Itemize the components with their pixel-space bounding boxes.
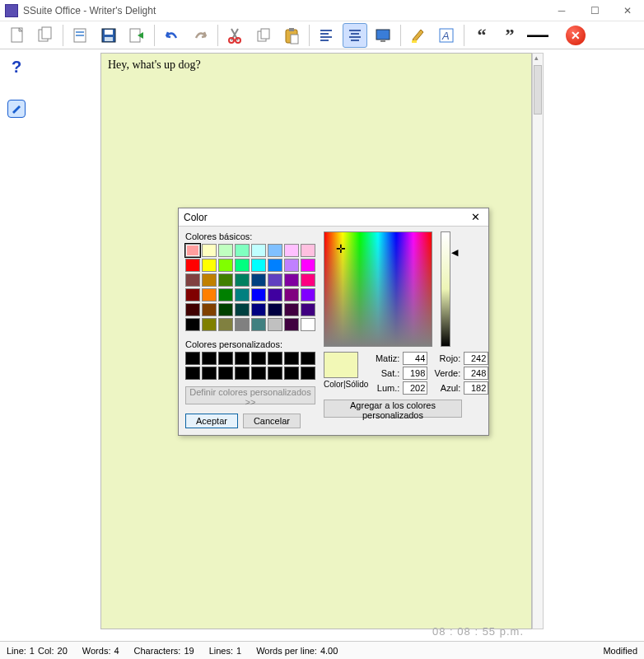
basic-color-swatch[interactable] (251, 273, 266, 287)
redo-icon[interactable] (188, 23, 212, 48)
basic-color-swatch[interactable] (268, 288, 282, 301)
basic-color-swatch[interactable] (301, 288, 315, 301)
export-doc-icon[interactable] (124, 23, 149, 48)
luminance-slider[interactable]: ◀ (441, 231, 450, 347)
basic-color-swatch[interactable] (218, 318, 233, 331)
help-icon[interactable]: ? (0, 58, 33, 77)
custom-color-swatch[interactable] (185, 367, 200, 380)
new-doc-icon[interactable] (5, 23, 30, 48)
copy-doc-icon[interactable] (33, 23, 58, 48)
custom-color-swatch[interactable] (301, 367, 315, 380)
basic-color-swatch[interactable] (301, 259, 315, 272)
screen-icon[interactable] (371, 23, 395, 48)
basic-color-swatch[interactable] (301, 244, 315, 257)
hue-sat-cursor[interactable]: ✛ (336, 242, 346, 255)
align-left-icon[interactable] (315, 23, 339, 48)
copy-icon[interactable] (251, 23, 276, 48)
sat-input[interactable] (403, 367, 427, 380)
basic-color-swatch[interactable] (202, 318, 217, 331)
basic-color-swatch[interactable] (185, 244, 200, 257)
basic-color-swatch[interactable] (235, 303, 250, 316)
basic-color-swatch[interactable] (218, 244, 233, 257)
basic-color-swatch[interactable] (235, 273, 250, 287)
hue-sat-field[interactable]: ✛ (324, 231, 432, 347)
custom-color-swatch[interactable] (218, 352, 233, 365)
basic-color-swatch[interactable] (202, 244, 217, 257)
red-input[interactable] (464, 352, 488, 365)
basic-color-swatch[interactable] (301, 303, 315, 316)
basic-color-swatch[interactable] (268, 303, 282, 316)
custom-color-swatch[interactable] (235, 352, 250, 365)
basic-color-swatch[interactable] (284, 303, 299, 316)
custom-color-swatch[interactable] (202, 367, 217, 380)
basic-color-swatch[interactable] (218, 259, 233, 272)
minimize-button[interactable]: ─ (545, 0, 578, 21)
basic-color-swatch[interactable] (202, 303, 217, 316)
green-input[interactable] (464, 367, 488, 380)
basic-color-swatch[interactable] (268, 259, 282, 272)
basic-color-swatch[interactable] (251, 303, 266, 316)
undo-icon[interactable] (160, 23, 184, 48)
basic-color-swatch[interactable] (268, 273, 282, 287)
highlight-icon[interactable] (406, 23, 431, 48)
basic-color-swatch[interactable] (202, 259, 217, 272)
basic-color-swatch[interactable] (301, 318, 315, 331)
custom-color-swatch[interactable] (268, 352, 282, 365)
align-center-icon[interactable] (343, 23, 367, 48)
basic-color-swatch[interactable] (268, 244, 282, 257)
add-custom-color-button[interactable]: Agregar a los colores personalizados (324, 400, 462, 418)
custom-color-swatch[interactable] (185, 352, 200, 365)
cancel-button[interactable]: Cancelar (243, 414, 301, 428)
custom-color-swatch[interactable] (268, 367, 282, 380)
custom-color-swatch[interactable] (235, 367, 250, 380)
basic-color-swatch[interactable] (268, 318, 282, 331)
basic-color-swatch[interactable] (251, 288, 266, 301)
save-doc-icon[interactable] (96, 23, 121, 48)
basic-color-swatch[interactable] (235, 288, 250, 301)
document-text[interactable]: Hey, what's up dog? (101, 54, 531, 77)
quote-open-icon[interactable]: “ (469, 23, 494, 48)
dash-icon[interactable]: — (525, 23, 550, 48)
custom-color-swatch[interactable] (251, 352, 266, 365)
define-custom-button[interactable]: Definir colores personalizados >> (185, 386, 315, 404)
vertical-scrollbar[interactable] (532, 53, 544, 629)
basic-color-swatch[interactable] (251, 244, 266, 257)
basic-color-swatch[interactable] (202, 273, 217, 287)
open-doc-icon[interactable] (68, 23, 93, 48)
basic-color-swatch[interactable] (284, 318, 299, 331)
basic-color-swatch[interactable] (284, 288, 299, 301)
basic-color-swatch[interactable] (185, 273, 200, 287)
basic-color-swatch[interactable] (301, 273, 315, 287)
ok-button[interactable]: Aceptar (185, 414, 238, 428)
quote-close-icon[interactable]: ” (497, 23, 522, 48)
close-window-button[interactable]: ✕ (611, 0, 644, 21)
basic-color-swatch[interactable] (251, 318, 266, 331)
basic-color-swatch[interactable] (185, 288, 200, 301)
basic-color-swatch[interactable] (185, 259, 200, 272)
basic-color-swatch[interactable] (235, 244, 250, 257)
custom-color-swatch[interactable] (202, 352, 217, 365)
close-app-icon[interactable]: ✕ (563, 23, 588, 48)
basic-color-swatch[interactable] (284, 244, 299, 257)
cut-icon[interactable] (223, 23, 248, 48)
basic-color-swatch[interactable] (235, 259, 250, 272)
maximize-button[interactable]: ☐ (578, 0, 611, 21)
custom-color-swatch[interactable] (301, 352, 315, 365)
basic-color-swatch[interactable] (235, 318, 250, 331)
luminance-arrow[interactable]: ◀ (451, 247, 458, 258)
basic-color-swatch[interactable] (284, 273, 299, 287)
basic-color-swatch[interactable] (218, 303, 233, 316)
lum-input[interactable] (403, 381, 427, 395)
basic-color-swatch[interactable] (185, 318, 200, 331)
blue-input[interactable] (464, 381, 488, 395)
edit-note-icon[interactable] (7, 100, 26, 118)
basic-color-swatch[interactable] (218, 288, 233, 301)
custom-color-swatch[interactable] (251, 367, 266, 380)
font-style-icon[interactable]: A (434, 23, 459, 48)
hue-input[interactable] (403, 352, 427, 365)
custom-color-swatch[interactable] (284, 367, 299, 380)
paste-icon[interactable] (279, 23, 304, 48)
basic-color-swatch[interactable] (284, 259, 299, 272)
basic-color-swatch[interactable] (218, 273, 233, 287)
basic-color-swatch[interactable] (185, 303, 200, 316)
